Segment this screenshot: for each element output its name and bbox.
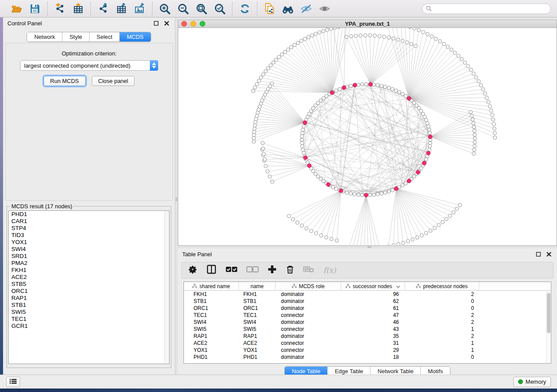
network-node[interactable] (266, 170, 270, 173)
network-node[interactable] (322, 96, 325, 100)
network-node[interactable] (254, 117, 258, 121)
mcds-hub-node[interactable] (369, 83, 373, 86)
network-node[interactable] (364, 83, 368, 86)
network-node[interactable] (405, 41, 409, 44)
network-node[interactable] (401, 241, 405, 244)
network-node[interactable] (420, 234, 424, 237)
network-node[interactable] (472, 72, 475, 76)
network-node[interactable] (301, 131, 304, 135)
network-node[interactable] (493, 127, 496, 131)
network-node[interactable] (264, 69, 267, 73)
network-node[interactable] (473, 148, 476, 151)
network-node[interactable] (442, 42, 446, 46)
network-node[interactable] (302, 151, 305, 155)
column-header-predecessor-nodes[interactable]: predecessor nodes (405, 282, 479, 290)
network-node[interactable] (277, 55, 281, 59)
network-node[interactable] (376, 193, 380, 196)
table-scrollbar-thumb[interactable] (547, 293, 550, 333)
network-node[interactable] (445, 217, 448, 221)
network-node[interactable] (252, 133, 256, 137)
toggle-column-pane-button[interactable] (206, 264, 217, 277)
network-canvas[interactable] (178, 28, 557, 246)
mcds-result-item[interactable]: ACE2 (9, 274, 169, 281)
network-node[interactable] (283, 50, 287, 54)
network-node[interactable] (373, 34, 377, 38)
network-node[interactable] (473, 137, 477, 140)
network-node[interactable] (491, 113, 494, 117)
network-node[interactable] (310, 34, 314, 37)
network-node[interactable] (426, 32, 429, 36)
network-node[interactable] (345, 191, 349, 194)
network-node[interactable] (331, 186, 335, 189)
network-node[interactable] (360, 83, 364, 86)
network-node[interactable] (301, 148, 304, 151)
network-node[interactable] (300, 138, 304, 141)
network-node[interactable] (472, 121, 475, 125)
network-node[interactable] (252, 89, 255, 93)
network-node[interactable] (481, 88, 485, 91)
float-panel-icon[interactable] (152, 20, 160, 27)
mcds-result-item[interactable]: SWI4 (9, 246, 169, 253)
network-node[interactable] (368, 34, 372, 37)
search-binoculars-button[interactable] (280, 2, 296, 16)
show-graphics-details-button[interactable] (317, 2, 332, 16)
mcds-hub-node[interactable] (308, 164, 311, 168)
network-node[interactable] (300, 39, 303, 43)
network-node[interactable] (253, 124, 257, 127)
network-node[interactable] (300, 141, 304, 145)
mcds-hub-node[interactable] (428, 135, 432, 139)
network-node[interactable] (329, 28, 333, 31)
mcds-hub-node[interactable] (330, 91, 334, 95)
save-session-button[interactable] (27, 2, 43, 16)
tab-style[interactable]: Style (62, 32, 90, 41)
network-node[interactable] (268, 175, 272, 178)
mcds-result-item[interactable]: STB5 (9, 281, 169, 288)
mcds-result-item[interactable]: ORC1 (9, 288, 169, 295)
network-node[interactable] (391, 87, 394, 91)
select-all-columns-button[interactable] (225, 264, 238, 277)
mcds-result-list[interactable]: PHD1CAR1STP4TID3YOX1SWI4SRD1PMA2FKH1ACE2… (8, 210, 170, 364)
delete-column-button[interactable] (286, 264, 294, 277)
zoom-fit-button[interactable] (194, 2, 209, 16)
network-node[interactable] (354, 34, 358, 38)
column-header-successor-nodes[interactable]: successor nodes (341, 282, 405, 290)
network-node[interactable] (325, 236, 328, 239)
table-scrollbar[interactable] (546, 291, 551, 363)
network-node[interactable] (262, 73, 265, 76)
mcds-result-item[interactable]: TEC1 (9, 316, 169, 323)
memory-button[interactable]: Memory (513, 377, 551, 387)
network-node[interactable] (453, 51, 457, 55)
network-node[interactable] (305, 227, 308, 230)
network-node[interactable] (483, 92, 487, 95)
network-node[interactable] (266, 67, 270, 70)
network-node[interactable] (349, 192, 353, 195)
column-header-MCDS-role[interactable]: MCDS role (276, 282, 341, 290)
network-node[interactable] (437, 224, 440, 227)
table-row[interactable]: ORC1ORC1dominator610 (184, 305, 551, 312)
network-node[interactable] (335, 89, 338, 93)
table-row[interactable]: PHD1PHD1dominator180 (184, 354, 551, 361)
network-node[interactable] (368, 193, 372, 197)
network-node[interactable] (301, 128, 304, 131)
table-row[interactable]: TEC1TEC1connector472 (184, 312, 551, 319)
network-node[interactable] (272, 61, 275, 64)
table-row[interactable]: RAP1RAP1dominator352 (184, 333, 551, 340)
run-mcds-button[interactable]: Run MCDS (44, 76, 86, 86)
network-node[interactable] (259, 76, 263, 79)
network-node[interactable] (254, 120, 257, 124)
close-panel-icon[interactable] (163, 20, 170, 27)
table-row[interactable]: STB1STB1dominator620 (184, 298, 551, 305)
network-node[interactable] (448, 214, 452, 217)
tab-network[interactable]: Network (27, 32, 62, 41)
network-node[interactable] (433, 226, 436, 230)
network-node[interactable] (325, 94, 328, 98)
mcds-result-item[interactable]: SWI5 (9, 309, 169, 316)
network-node[interactable] (426, 121, 429, 125)
mcds-hub-node[interactable] (426, 151, 430, 155)
clone-network-button[interactable] (262, 2, 277, 16)
network-node[interactable] (300, 224, 304, 227)
network-node[interactable] (315, 231, 318, 235)
network-node[interactable] (335, 239, 339, 242)
network-node[interactable] (318, 31, 321, 34)
network-node[interactable] (415, 236, 419, 239)
